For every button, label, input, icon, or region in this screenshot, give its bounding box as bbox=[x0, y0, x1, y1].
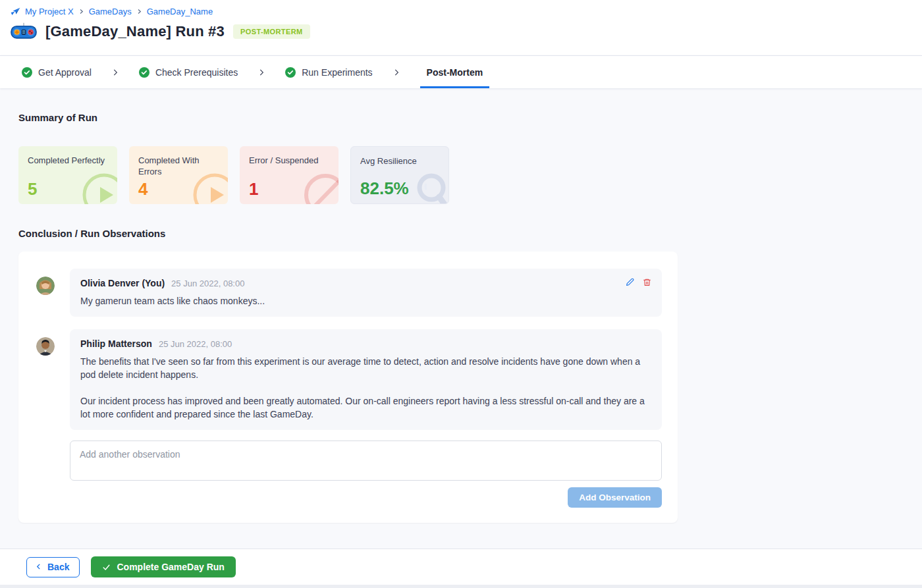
observation-composer: Add Observation bbox=[70, 441, 662, 508]
comment-timestamp: 25 Jun 2022, 08:00 bbox=[159, 339, 232, 349]
check-circle-icon bbox=[285, 67, 296, 78]
stat-value: 82.5% bbox=[360, 178, 409, 199]
tab-check-prerequisites[interactable]: Check Prerequisites bbox=[139, 56, 238, 88]
stat-card-avg-resilience: Avg Resilience 82.5% bbox=[350, 146, 449, 204]
stat-label: Completed Perfectly bbox=[28, 155, 108, 166]
ban-circle-icon bbox=[302, 171, 339, 204]
check-circle-icon bbox=[139, 67, 149, 78]
observations-heading: Conclusion / Run Observations bbox=[18, 228, 904, 239]
avatar bbox=[36, 337, 55, 356]
observations-card: Olivia Denver (You) 25 Jun 2022, 08:00 M… bbox=[18, 252, 678, 523]
stat-card-completed-perfectly: Completed Perfectly 5 bbox=[18, 146, 117, 204]
observation-comment: Philip Matterson 25 Jun 2022, 08:00 The … bbox=[36, 329, 662, 430]
stat-value: 1 bbox=[249, 179, 258, 200]
breadcrumb-project-link[interactable]: My Project X bbox=[25, 7, 74, 16]
chevron-right-icon bbox=[111, 56, 120, 88]
stat-value: 4 bbox=[138, 179, 148, 200]
stat-value: 5 bbox=[28, 179, 37, 200]
title-row: [GameDay_Name] Run #3 POST-MORTERM bbox=[11, 22, 911, 41]
stat-card-error-suspended: Error / Suspended 1 bbox=[240, 146, 339, 204]
page-title: [GameDay_Name] Run #3 bbox=[45, 23, 225, 40]
comment-author: Philip Matterson bbox=[80, 338, 152, 349]
back-button[interactable]: Back bbox=[26, 557, 80, 577]
post-mortem-status-badge: POST-MORTERM bbox=[233, 24, 310, 39]
chevron-right-icon bbox=[78, 9, 84, 14]
gamepad-icon bbox=[11, 22, 37, 41]
page-header: My Project X GameDays GameDay_Name bbox=[0, 0, 922, 55]
tab-label: Get Approval bbox=[38, 67, 92, 78]
check-icon bbox=[102, 563, 111, 572]
comment-author: Olivia Denver (You) bbox=[80, 278, 165, 288]
summary-heading: Summary of Run bbox=[18, 88, 904, 123]
complete-gameday-run-button[interactable]: Complete GameDay Run bbox=[91, 556, 235, 577]
magnifier-icon bbox=[413, 172, 449, 204]
stat-card-completed-with-errors: Completed With Errors 4 bbox=[129, 146, 228, 204]
tab-label: Check Prerequisites bbox=[155, 67, 238, 78]
avatar bbox=[36, 277, 55, 295]
breadcrumb-gameday-name-link[interactable]: GameDay_Name bbox=[147, 7, 213, 16]
stat-label: Avg Resilience bbox=[360, 155, 439, 167]
comment-body: The benefits that I've seen so far from … bbox=[80, 355, 651, 421]
edit-comment-icon[interactable] bbox=[626, 278, 634, 286]
comment-body: My gamerun team acts like chaos monkeys.… bbox=[80, 294, 651, 307]
breadcrumb-gamedays-link[interactable]: GameDays bbox=[89, 7, 132, 16]
play-circle-icon bbox=[80, 171, 117, 204]
tab-label: Run Experiments bbox=[302, 67, 372, 78]
breadcrumb: My Project X GameDays GameDay_Name bbox=[11, 7, 911, 16]
tab-get-approval[interactable]: Get Approval bbox=[22, 56, 92, 88]
tab-label: Post-Mortem bbox=[427, 67, 483, 78]
bottom-strip bbox=[0, 585, 922, 588]
observation-comment: Olivia Denver (You) 25 Jun 2022, 08:00 M… bbox=[36, 269, 662, 317]
chevron-right-icon bbox=[392, 56, 401, 88]
gameday-steps-tabbar: Get Approval Check Prerequisites Run Exp… bbox=[0, 55, 922, 88]
comment-bubble: Olivia Denver (You) 25 Jun 2022, 08:00 M… bbox=[70, 269, 662, 317]
add-observation-button[interactable]: Add Observation bbox=[568, 487, 662, 508]
chevron-right-icon bbox=[136, 9, 142, 14]
observation-input[interactable] bbox=[70, 441, 662, 481]
stat-label: Completed With Errors bbox=[138, 155, 219, 177]
check-circle-icon bbox=[22, 67, 32, 78]
comment-bubble: Philip Matterson 25 Jun 2022, 08:00 The … bbox=[70, 329, 662, 430]
complete-button-label: Complete GameDay Run bbox=[117, 562, 224, 572]
main-content: Summary of Run Completed Perfectly 5 Com… bbox=[0, 88, 922, 548]
delete-comment-icon[interactable] bbox=[643, 278, 651, 286]
tab-post-mortem[interactable]: Post-Mortem bbox=[420, 56, 490, 88]
chevron-left-icon bbox=[35, 563, 42, 570]
tab-run-experiments[interactable]: Run Experiments bbox=[285, 56, 372, 88]
comment-paragraph: The benefits that I've seen so far from … bbox=[80, 355, 651, 381]
chevron-right-icon bbox=[257, 56, 266, 88]
back-button-label: Back bbox=[47, 562, 69, 572]
footer-bar: Back Complete GameDay Run bbox=[0, 548, 922, 585]
comment-timestamp: 25 Jun 2022, 08:00 bbox=[171, 279, 244, 288]
comment-paragraph: Our incident process has improved and be… bbox=[80, 394, 651, 421]
summary-cards: Completed Perfectly 5 Completed With Err… bbox=[18, 146, 904, 204]
stat-label: Error / Suspended bbox=[249, 155, 329, 166]
steadybit-logo-icon bbox=[11, 7, 20, 16]
